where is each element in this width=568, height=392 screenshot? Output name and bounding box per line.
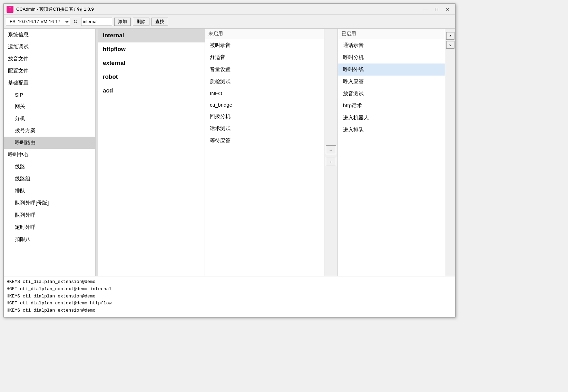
search-input[interactable] [81,18,112,26]
toolbar: FS: 10.0.16.17-VM-16-17- ↻ 添加 删除 查找 [4,15,455,29]
sidebar-item[interactable]: 基础配置 [4,77,95,89]
sidebar-item[interactable]: 呼叫中心 [4,149,95,161]
app-icon: T [7,6,13,13]
enabled-item[interactable]: http话术 [338,100,445,112]
move-right-button[interactable]: → [326,145,336,154]
console-line: HKEYS cti_dialplan_extension@demo [7,278,452,286]
main-content: 系统信息运维调试放音文件配置文件基础配置SIP网关分机拨号方案呼叫路由呼叫中心线… [4,29,455,276]
delete-button[interactable]: 删除 [133,18,149,26]
console-line: HGET cti_dialplan_context@demo internal [7,286,452,293]
sidebar-item[interactable]: 放音文件 [4,53,95,65]
sidebar-item[interactable]: 配置文件 [4,65,95,77]
enabled-item[interactable]: 放音测试 [338,88,445,100]
move-up-button[interactable]: ∧ [446,32,454,40]
refresh-button[interactable]: ↻ [71,18,79,26]
enabled-item[interactable]: 进入机器人 [338,112,445,124]
unused-item[interactable]: 被叫录音 [205,39,324,51]
close-button[interactable]: ✕ [443,6,452,13]
maximize-button[interactable]: □ [432,6,441,13]
sidebar-item[interactable]: 运维调试 [4,41,95,53]
console-line: HGET cti_dialplan_context@demo httpflow [7,300,452,307]
sidebar-item[interactable]: 排队 [4,185,95,197]
unused-item[interactable]: 回拨分机 [205,110,324,122]
unused-header: 未启用 [205,29,324,39]
enabled-item[interactable]: 进入排队 [338,124,445,136]
sidebar: 系统信息运维调试放音文件配置文件基础配置SIP网关分机拨号方案呼叫路由呼叫中心线… [4,29,95,276]
enabled-item[interactable]: 呼入应答 [338,76,445,88]
unused-panel: 未启用 被叫录音舒适音音量设置质检测试INFOcti_bridge回拨分机话术测… [205,29,324,276]
sidebar-item[interactable]: 呼叫路由 [4,137,95,149]
main-window: T CCAdmin - 顶顶通CTI接口客户端 1.0.9 — □ ✕ FS: … [3,3,456,317]
sidebar-item[interactable]: 扣限八 [4,233,95,245]
window-controls: — □ ✕ [421,6,452,13]
enabled-list: 通话录音呼叫分机呼叫外线呼入应答放音测试http话术进入机器人进入排队 [338,39,445,276]
route-item[interactable]: httpflow [98,42,205,56]
unused-item[interactable]: 质检测试 [205,76,324,88]
move-left-button[interactable]: ← [326,157,336,166]
panels-row: 未启用 被叫录音舒适音音量设置质检测试INFOcti_bridge回拨分机话术测… [205,29,455,276]
enabled-panel: 已启用 通话录音呼叫分机呼叫外线呼入应答放音测试http话术进入机器人进入排队 [338,29,445,276]
sidebar-item[interactable]: 队列外呼 [4,209,95,221]
enabled-item[interactable]: 呼叫分机 [338,51,445,63]
sidebar-item[interactable]: 系统信息 [4,29,95,41]
route-item[interactable]: external [98,56,205,70]
arrow-col: → ← [324,29,338,276]
sidebar-item[interactable]: 队列外呼[母版] [4,197,95,209]
title-bar: T CCAdmin - 顶顶通CTI接口客户端 1.0.9 — □ ✕ [4,4,455,15]
route-item[interactable]: acd [98,84,205,98]
up-down-col: ∧ ∨ [445,29,455,276]
unused-item[interactable]: 音量设置 [205,63,324,76]
route-item[interactable]: robot [98,70,205,84]
console-line: HKEYS cti_dialplan_extension@demo [7,293,452,300]
console-line: HKEYS cti_dialplan_extension@demo [7,307,452,314]
minimize-button[interactable]: — [421,6,430,13]
route-panel: internalhttpflowexternalrobotacd [98,29,205,276]
server-selector: FS: 10.0.16.17-VM-16-17- ↻ [6,18,79,26]
unused-item[interactable]: 舒适音 [205,51,324,63]
sidebar-item[interactable]: 分机 [4,112,95,125]
route-item[interactable]: internal [98,29,205,42]
sidebar-item[interactable]: 网关 [4,100,95,112]
enabled-item[interactable]: 通话录音 [338,39,445,51]
enabled-item[interactable]: 呼叫外线 [338,63,445,76]
unused-item[interactable]: 话术测试 [205,122,324,135]
sidebar-item[interactable]: 拨号方案 [4,125,95,137]
window-title: CCAdmin - 顶顶通CTI接口客户端 1.0.9 [16,6,94,12]
move-down-button[interactable]: ∨ [446,41,454,49]
title-bar-left: T CCAdmin - 顶顶通CTI接口客户端 1.0.9 [7,6,94,13]
sidebar-item[interactable]: 线路组 [4,173,95,185]
sidebar-divider[interactable] [95,29,98,276]
enabled-header-label: 已启用 [342,31,356,37]
sidebar-item[interactable]: SIP [4,89,95,100]
unused-item[interactable]: 等待应答 [205,135,324,147]
middle-area: 未启用 被叫录音舒适音音量设置质检测试INFOcti_bridge回拨分机话术测… [205,29,455,276]
console-area: HKEYS cti_dialplan_extension@demoHGET ct… [4,276,455,317]
unused-list: 被叫录音舒适音音量设置质检测试INFOcti_bridge回拨分机话术测试等待应… [205,39,324,276]
enabled-header: 已启用 [338,29,445,39]
sidebar-item[interactable]: 线路 [4,161,95,173]
sidebar-item[interactable]: 定时外呼 [4,221,95,233]
find-button[interactable]: 查找 [151,18,168,26]
server-dropdown[interactable]: FS: 10.0.16.17-VM-16-17- [6,18,70,26]
add-button[interactable]: 添加 [114,18,131,26]
unused-item[interactable]: cti_bridge [205,99,324,110]
unused-item[interactable]: INFO [205,88,324,99]
